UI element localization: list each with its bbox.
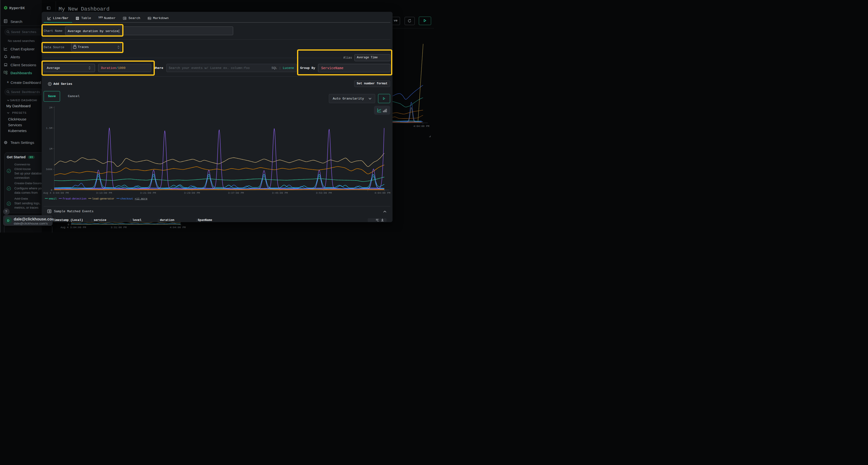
svg-text:— load-generator: — load-generator bbox=[130, 232, 156, 233]
svg-text:4:04:00 PM: 4:04:00 PM bbox=[170, 226, 186, 229]
svg-text:— frontend: — frontend bbox=[110, 232, 126, 233]
svg-text:email: email bbox=[71, 232, 79, 233]
svg-text:3:31:00 PM: 3:31:00 PM bbox=[111, 226, 127, 229]
svg-text:— fraud-detection: — fraud-detection bbox=[80, 232, 107, 233]
svg-text:Aug 4 3:04:00 PM: Aug 4 3:04:00 PM bbox=[61, 226, 86, 229]
svg-text:0: 0 bbox=[67, 223, 69, 226]
svg-text:+15 more: +15 more bbox=[159, 232, 172, 233]
